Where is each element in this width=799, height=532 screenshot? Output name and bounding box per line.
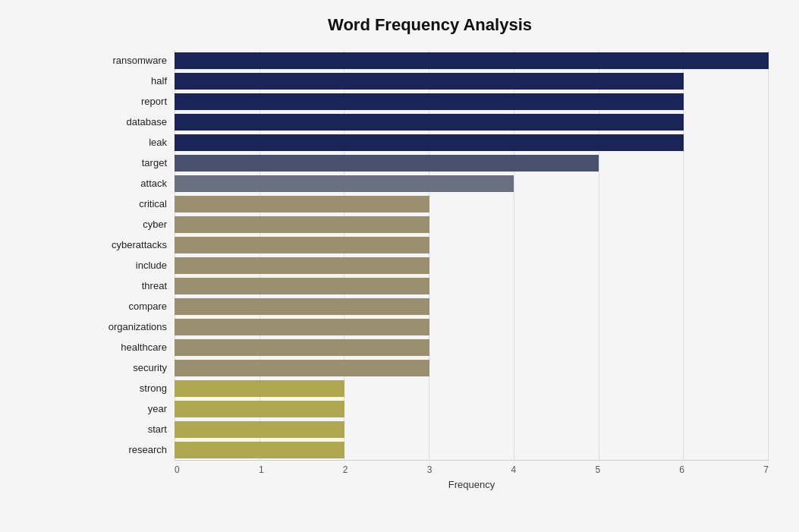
bar-label: healthcare xyxy=(91,342,175,353)
table-row: organizations xyxy=(91,319,769,335)
x-tick: 1 xyxy=(259,464,264,475)
bar-fill xyxy=(175,52,769,69)
bar-track xyxy=(175,114,769,131)
table-row: year xyxy=(91,401,769,417)
x-axis-label: Frequency xyxy=(175,479,769,490)
bar-label: attack xyxy=(91,178,175,189)
bar-track xyxy=(175,257,769,274)
bar-fill xyxy=(175,237,429,253)
table-row: half xyxy=(91,73,769,90)
bar-fill xyxy=(175,134,684,151)
x-tick: 0 xyxy=(175,464,180,475)
bar-label: database xyxy=(91,116,175,127)
table-row: threat xyxy=(91,278,769,294)
chart-area: ransomwarehalfreportdatabaseleaktargetat… xyxy=(91,50,769,498)
bar-label: critical xyxy=(91,198,175,209)
bar-track xyxy=(175,319,769,335)
x-tick: 4 xyxy=(511,464,517,475)
x-tick: 5 xyxy=(595,464,600,475)
bar-track xyxy=(175,360,769,376)
x-tick: 6 xyxy=(679,464,684,475)
bar-track xyxy=(175,237,769,253)
bar-track xyxy=(175,196,769,212)
table-row: research xyxy=(91,442,769,458)
bar-fill xyxy=(175,360,429,376)
bar-track xyxy=(175,278,769,294)
bar-track xyxy=(175,134,769,151)
bar-fill xyxy=(175,155,599,172)
bar-fill xyxy=(175,73,684,90)
bar-fill xyxy=(175,442,344,458)
bar-fill xyxy=(175,298,429,315)
table-row: target xyxy=(91,155,769,172)
bar-label: research xyxy=(91,444,175,455)
table-row: healthcare xyxy=(91,339,769,356)
bar-label: cyberattacks xyxy=(91,239,175,250)
bar-fill xyxy=(175,257,429,274)
x-axis: 01234567 Frequency xyxy=(175,460,769,498)
table-row: ransomware xyxy=(91,52,769,69)
bar-label: start xyxy=(91,423,175,435)
bar-fill xyxy=(175,319,429,335)
bar-label: security xyxy=(91,362,175,373)
bar-label: leak xyxy=(91,137,175,148)
table-row: leak xyxy=(91,134,769,151)
bar-fill xyxy=(175,401,344,417)
bar-label: threat xyxy=(91,280,175,291)
bar-label: cyber xyxy=(91,219,175,230)
bar-fill xyxy=(175,216,429,233)
x-tick: 2 xyxy=(343,464,348,475)
chart-title: Word Frequency Analysis xyxy=(91,15,769,35)
bar-track xyxy=(175,421,769,438)
bar-track xyxy=(175,442,769,458)
bar-label: half xyxy=(91,75,175,87)
table-row: report xyxy=(91,93,769,110)
x-tick: 7 xyxy=(763,464,769,475)
bar-fill xyxy=(175,421,344,438)
bar-label: organizations xyxy=(91,321,175,332)
x-tick: 3 xyxy=(427,464,433,475)
table-row: include xyxy=(91,257,769,274)
bar-label: strong xyxy=(91,382,175,394)
table-row: start xyxy=(91,421,769,438)
table-row: compare xyxy=(91,298,769,315)
table-row: database xyxy=(91,114,769,131)
table-row: cyberattacks xyxy=(91,237,769,253)
table-row: critical xyxy=(91,196,769,212)
bar-track xyxy=(175,380,769,397)
table-row: cyber xyxy=(91,216,769,233)
bar-track xyxy=(175,52,769,69)
x-ticks: 01234567 xyxy=(175,461,769,475)
bar-fill xyxy=(175,175,514,192)
bar-fill xyxy=(175,339,429,356)
bar-label: report xyxy=(91,96,175,107)
table-row: strong xyxy=(91,380,769,397)
bar-track xyxy=(175,401,769,417)
bars-section: ransomwarehalfreportdatabaseleaktargetat… xyxy=(91,50,769,460)
table-row: security xyxy=(91,360,769,376)
bar-track xyxy=(175,339,769,356)
bar-fill xyxy=(175,278,429,294)
bar-track xyxy=(175,93,769,110)
bar-fill xyxy=(175,380,344,397)
bar-label: include xyxy=(91,260,175,271)
bar-fill xyxy=(175,93,684,110)
bar-track xyxy=(175,155,769,172)
bar-fill xyxy=(175,196,429,212)
bar-track xyxy=(175,175,769,192)
bar-track xyxy=(175,73,769,90)
table-row: attack xyxy=(91,175,769,192)
bar-fill xyxy=(175,114,684,131)
bar-label: compare xyxy=(91,301,175,312)
bar-label: ransomware xyxy=(91,55,175,66)
chart-container: Word Frequency Analysis ransomwarehalfre… xyxy=(0,0,799,532)
bar-label: year xyxy=(91,403,175,414)
bar-track xyxy=(175,298,769,315)
bar-track xyxy=(175,216,769,233)
bar-label: target xyxy=(91,157,175,168)
